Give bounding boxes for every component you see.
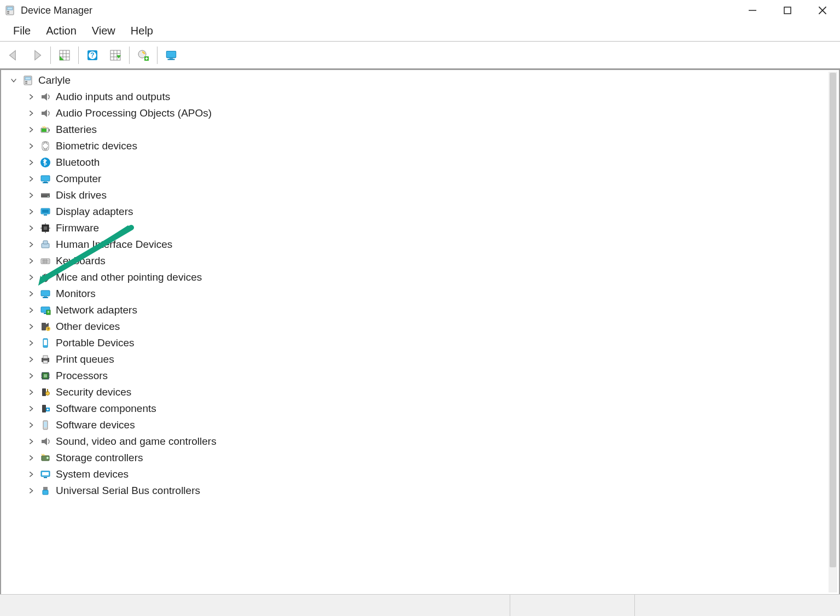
scrollbar-thumb[interactable] — [830, 73, 836, 567]
menu-action[interactable]: Action — [38, 22, 84, 39]
chevron-right-icon[interactable] — [26, 240, 36, 249]
svg-rect-55 — [43, 241, 48, 244]
vertical-scrollbar[interactable] — [829, 72, 837, 592]
toolbar: ? — [0, 42, 840, 69]
svg-rect-91 — [42, 405, 46, 412]
minimize-button[interactable] — [745, 3, 760, 18]
toolbar-separator — [157, 47, 158, 64]
disk-icon — [39, 189, 51, 201]
chevron-right-icon[interactable] — [26, 305, 36, 315]
svg-text:?: ? — [90, 51, 94, 59]
tree-item[interactable]: Portable Devices — [4, 335, 836, 351]
tree-item[interactable]: Disk drives — [4, 187, 836, 204]
back-button[interactable] — [3, 45, 24, 66]
chevron-right-icon[interactable] — [26, 256, 36, 266]
chevron-right-icon[interactable] — [26, 387, 36, 397]
tree-item-label: Processors — [56, 370, 108, 382]
chevron-right-icon[interactable] — [26, 469, 36, 479]
chevron-right-icon[interactable] — [26, 141, 36, 151]
svg-text:?: ? — [47, 327, 49, 331]
menu-bar: File Action View Help — [0, 21, 840, 42]
help-button[interactable]: ? — [82, 45, 103, 66]
add-driver-button[interactable] — [133, 45, 154, 66]
tree-item[interactable]: Human Interface Devices — [4, 236, 836, 253]
tree-item[interactable]: Network adapters — [4, 302, 836, 318]
chevron-right-icon[interactable] — [26, 486, 36, 496]
chevron-right-icon[interactable] — [26, 404, 36, 414]
swcomp-icon — [39, 403, 51, 415]
chevron-right-icon[interactable] — [26, 322, 36, 332]
swdev-icon — [39, 419, 51, 431]
chevron-right-icon[interactable] — [26, 355, 36, 364]
chevron-right-icon[interactable] — [26, 371, 36, 381]
keyboard-icon — [39, 255, 51, 267]
chevron-right-icon[interactable] — [26, 272, 36, 282]
tree-item[interactable]: Storage controllers — [4, 450, 836, 466]
tree-item[interactable]: Bluetooth — [4, 154, 836, 171]
tree-item[interactable]: System devices — [4, 466, 836, 483]
chevron-right-icon[interactable] — [26, 92, 36, 102]
tree-item[interactable]: Computer — [4, 171, 836, 187]
chevron-down-icon[interactable] — [9, 75, 19, 85]
svg-rect-49 — [44, 226, 47, 230]
forward-button[interactable] — [26, 45, 47, 66]
svg-rect-31 — [25, 83, 27, 84]
chevron-right-icon[interactable] — [26, 338, 36, 348]
finger-icon — [39, 140, 51, 152]
tree-item[interactable]: Processors — [4, 368, 836, 384]
tree-item[interactable]: Universal Serial Bus controllers — [4, 483, 836, 499]
tree-item[interactable]: Biometric devices — [4, 138, 836, 154]
svg-rect-72 — [42, 323, 46, 330]
device-tree[interactable]: Carlyle Audio inputs and outputsAudio Pr… — [1, 70, 839, 501]
tree-item-label: System devices — [56, 468, 129, 480]
chevron-right-icon[interactable] — [26, 453, 36, 463]
chevron-right-icon[interactable] — [26, 190, 36, 200]
menu-file[interactable]: File — [5, 22, 38, 39]
tree-item[interactable]: Keyboards — [4, 253, 836, 269]
chevron-right-icon[interactable] — [26, 158, 36, 167]
tree-item-label: Sound, video and game controllers — [56, 435, 217, 448]
tree-item[interactable]: ?Other devices — [4, 318, 836, 335]
chevron-right-icon[interactable] — [26, 437, 36, 446]
close-button[interactable] — [815, 3, 830, 18]
tree-item[interactable]: Audio Processing Objects (APOs) — [4, 105, 836, 121]
tree-item[interactable]: Display adapters — [4, 204, 836, 220]
tree-item[interactable]: Batteries — [4, 121, 836, 138]
svg-rect-32 — [42, 95, 44, 98]
chevron-right-icon[interactable] — [26, 174, 36, 184]
tree-item[interactable]: Print queues — [4, 351, 836, 368]
show-grid-button[interactable] — [54, 45, 75, 66]
tree-item-label: Firmware — [56, 222, 99, 234]
chevron-right-icon[interactable] — [26, 289, 36, 299]
tree-item[interactable]: Software devices — [4, 417, 836, 433]
svg-rect-103 — [43, 487, 48, 490]
scan-hardware-button[interactable] — [161, 45, 182, 66]
tree-item[interactable]: Sound, video and game controllers — [4, 433, 836, 450]
toolbar-separator — [78, 47, 79, 64]
printer-icon — [39, 353, 51, 365]
properties-button[interactable] — [105, 45, 126, 66]
svg-point-99 — [46, 457, 49, 459]
chevron-right-icon[interactable] — [26, 420, 36, 430]
svg-rect-97 — [42, 440, 44, 443]
chevron-right-icon[interactable] — [26, 207, 36, 217]
svg-rect-25 — [166, 51, 176, 57]
tree-item[interactable]: Mice and other pointing devices — [4, 269, 836, 286]
speaker-icon — [39, 91, 51, 103]
menu-help[interactable]: Help — [123, 22, 161, 39]
chevron-right-icon[interactable] — [26, 125, 36, 135]
status-separator — [634, 595, 635, 616]
tree-item[interactable]: Monitors — [4, 286, 836, 302]
tree-item-label: Print queues — [56, 353, 114, 365]
chevron-right-icon[interactable] — [26, 223, 36, 233]
svg-point-44 — [48, 196, 49, 197]
tree-item-label: Network adapters — [56, 304, 137, 316]
tree-item[interactable]: Security devices — [4, 384, 836, 400]
menu-view[interactable]: View — [84, 22, 123, 39]
tree-item[interactable]: Audio inputs and outputs — [4, 89, 836, 105]
chevron-right-icon[interactable] — [26, 108, 36, 118]
tree-root[interactable]: Carlyle — [4, 72, 836, 89]
maximize-button[interactable] — [780, 3, 795, 18]
tree-item[interactable]: Firmware — [4, 220, 836, 236]
tree-item[interactable]: Software components — [4, 400, 836, 417]
